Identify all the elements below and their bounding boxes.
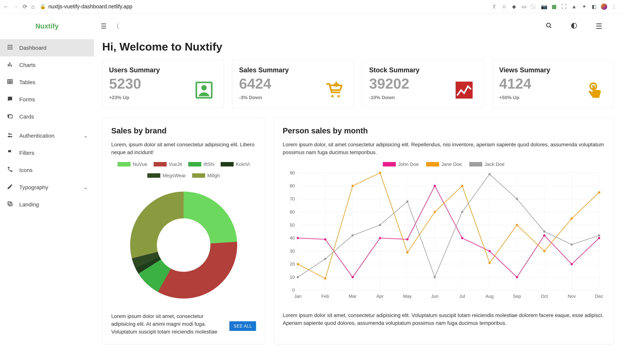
profile-avatar-icon[interactable] xyxy=(601,3,607,10)
line-point[interactable] xyxy=(351,185,354,187)
svg-text:20: 20 xyxy=(290,261,295,267)
line-point[interactable] xyxy=(516,198,518,200)
sidebar-item-forms[interactable]: Forms xyxy=(0,91,94,108)
block-icon[interactable]: ⃠ xyxy=(531,3,537,10)
star-icon[interactable]: ☆ xyxy=(501,3,507,10)
line-point[interactable] xyxy=(571,263,573,265)
browser-forward-icon[interactable]: → xyxy=(13,3,19,10)
legend-item[interactable]: Jack Doe xyxy=(469,162,505,167)
line-point[interactable] xyxy=(297,237,299,239)
summary-row: Users Summary5230+23% UpSales Summary642… xyxy=(102,60,614,108)
summary-title: Views Summary xyxy=(499,66,607,74)
brand-logo[interactable]: Nuxtify xyxy=(0,13,94,39)
line-point[interactable] xyxy=(379,172,381,174)
sidebar-item-filters[interactable]: Filters xyxy=(0,144,94,162)
browser-back-icon[interactable]: ← xyxy=(3,3,9,10)
line-point[interactable] xyxy=(461,237,463,239)
line-point[interactable] xyxy=(543,234,545,237)
sidebar-item-tables[interactable]: Tables xyxy=(0,73,94,91)
fit-screen-icon[interactable]: ▭ xyxy=(521,3,527,10)
extension-cube-icon[interactable]: ◆ xyxy=(511,3,517,10)
see-all-button[interactable]: SEE ALL xyxy=(229,321,256,331)
browser-reload-icon[interactable]: ⟳ xyxy=(23,3,27,10)
share-icon[interactable]: ⇪ xyxy=(491,3,497,10)
line-point[interactable] xyxy=(461,211,463,213)
extensions-icon[interactable]: ✦ xyxy=(581,3,587,10)
chevron-down-icon: ⌄ xyxy=(83,133,88,139)
line-series[interactable] xyxy=(298,174,599,277)
search-icon[interactable] xyxy=(545,22,552,31)
nuxt-triangle-icon[interactable]: ▲ xyxy=(571,3,577,10)
line-point[interactable] xyxy=(598,237,600,239)
icons-icon xyxy=(6,166,14,174)
legend-item[interactable]: KoinVi xyxy=(221,162,250,167)
svg-text:Jan: Jan xyxy=(294,294,302,299)
sidebar-item-authentication[interactable]: Authentication⌄ xyxy=(0,127,94,144)
url-bar[interactable]: 🔒 nuxtjs-vuetify-dashboard.netlify.app xyxy=(37,3,488,10)
sidebar-item-landing[interactable]: Landing xyxy=(0,196,94,213)
panel-footer-text: Lorem ipsum dolor sit amet, consectetur … xyxy=(111,312,226,336)
browser-home-icon[interactable]: ⌂ xyxy=(31,3,35,10)
summary-title: Users Summary xyxy=(109,66,217,74)
line-point[interactable] xyxy=(379,224,381,226)
line-point[interactable] xyxy=(516,276,518,278)
sidebar-item-icons[interactable]: Icons xyxy=(0,162,94,179)
camera-icon[interactable]: 📷 xyxy=(541,3,547,10)
line-point[interactable] xyxy=(516,224,518,226)
line-point[interactable] xyxy=(351,234,354,237)
line-point[interactable] xyxy=(406,200,408,202)
donut-legend: NuVueVueJitIftShiKoinViMegsWearMillgh xyxy=(111,162,256,179)
legend-item[interactable]: IftShi xyxy=(188,162,214,167)
kebab-menu-icon[interactable]: ⋮ xyxy=(611,3,617,10)
sidebar-item-label: Authentication xyxy=(19,133,54,139)
line-series[interactable] xyxy=(298,186,599,277)
sidebar-item-cards[interactable]: Cards xyxy=(0,108,94,125)
svg-text:Jul: Jul xyxy=(459,294,465,299)
sidebar-item-typography[interactable]: Typography⌄ xyxy=(0,179,94,196)
sidebar-item-charts[interactable]: Charts xyxy=(0,56,94,73)
url-host: nuxtjs-vuetify-dashboard.netlify.app xyxy=(48,3,132,10)
line-point[interactable] xyxy=(543,230,545,233)
summary-card-users-summary: Users Summary5230+23% Up xyxy=(102,60,224,108)
topbar-menu-icon[interactable]: ☰ xyxy=(596,22,602,31)
sidebar-item-dashboard[interactable]: Dashboard xyxy=(0,39,94,56)
line-point[interactable] xyxy=(324,238,326,240)
line-point[interactable] xyxy=(598,234,600,237)
sidepanel-icon[interactable]: ◧ xyxy=(591,3,597,10)
line-point[interactable] xyxy=(571,217,573,219)
person-sales-panel: Person sales by month Lorem ipsum dolor,… xyxy=(273,118,614,344)
legend-item[interactable]: Millgh xyxy=(192,173,220,179)
line-point[interactable] xyxy=(488,173,491,175)
grid-icon[interactable]: ▩ xyxy=(551,3,557,10)
line-point[interactable] xyxy=(406,251,408,254)
line-point[interactable] xyxy=(297,263,299,265)
theme-toggle-icon[interactable] xyxy=(571,22,577,31)
line-point[interactable] xyxy=(324,258,326,260)
line-point[interactable] xyxy=(324,277,326,279)
legend-item[interactable]: Jane Doe xyxy=(426,162,462,167)
line-point[interactable] xyxy=(433,185,436,187)
line-point[interactable] xyxy=(351,276,354,278)
line-point[interactable] xyxy=(488,262,491,264)
line-point[interactable] xyxy=(543,250,545,252)
donut-slice[interactable] xyxy=(130,192,184,258)
line-point[interactable] xyxy=(433,276,436,278)
line-point[interactable] xyxy=(433,211,436,213)
line-point[interactable] xyxy=(461,185,463,187)
line-point[interactable] xyxy=(598,191,600,193)
line-point[interactable] xyxy=(406,238,408,240)
donut-slice[interactable] xyxy=(184,192,237,243)
legend-item[interactable]: John Doe xyxy=(383,162,419,167)
line-point[interactable] xyxy=(571,243,573,246)
chevron-left-icon[interactable]: 〈 xyxy=(113,22,119,31)
legend-item[interactable]: VueJit xyxy=(154,162,182,167)
hamburger-icon[interactable]: ☰ xyxy=(101,22,107,30)
line-point[interactable] xyxy=(379,237,381,239)
svg-text:10: 10 xyxy=(290,275,295,280)
legend-item[interactable]: MegsWear xyxy=(147,173,186,179)
line-point[interactable] xyxy=(297,276,299,278)
line-point[interactable] xyxy=(488,250,491,252)
line-series[interactable] xyxy=(298,173,599,278)
legend-item[interactable]: NuVue xyxy=(117,162,147,167)
crop-icon[interactable]: ⛶ xyxy=(561,3,567,10)
